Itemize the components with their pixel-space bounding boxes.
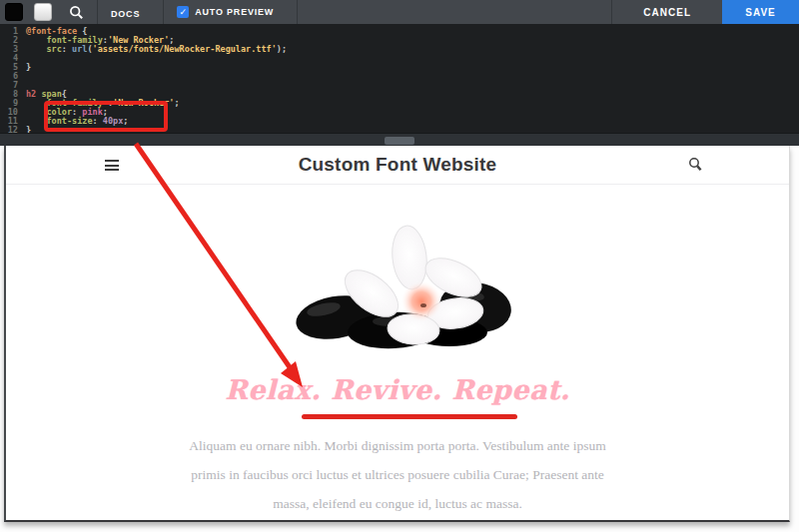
toolbar: DOCS ✓ AUTO PREVIEW CANCEL SAVE bbox=[0, 0, 799, 24]
code-token: font-size bbox=[46, 117, 92, 126]
theme-light-swatch-button[interactable] bbox=[34, 3, 52, 21]
site-title: Custom Font Website bbox=[6, 146, 789, 184]
site-preview-pane: Custom Font Website bbox=[4, 146, 790, 522]
auto-preview-toggle[interactable]: ✓ AUTO PREVIEW bbox=[164, 6, 287, 18]
code-line[interactable]: 6 bbox=[0, 72, 799, 81]
code-token: 40px bbox=[103, 117, 123, 126]
body-paragraph: Aliquam eu ornare nibh. Morbi dignissim … bbox=[113, 431, 682, 518]
code-token: 'New Rocker' bbox=[113, 99, 174, 108]
toolbar-divider bbox=[297, 0, 298, 24]
paragraph-line: massa, eleifend eu congue id, luctus ac … bbox=[113, 489, 682, 518]
custom-font-heading: Relax. Revive. Repeat. bbox=[6, 374, 789, 405]
auto-preview-label: AUTO PREVIEW bbox=[195, 7, 274, 17]
flower-image bbox=[294, 216, 513, 353]
save-label: SAVE bbox=[745, 7, 776, 18]
paragraph-line: Aliquam eu ornare nibh. Morbi dignissim … bbox=[113, 431, 682, 460]
code-token: ; bbox=[123, 117, 128, 126]
code-line[interactable]: 3 src: url('assets/fonts/NewRocker-Regul… bbox=[0, 45, 799, 54]
red-underline-annotation bbox=[302, 414, 517, 419]
code-token: : bbox=[93, 117, 103, 126]
code-line[interactable]: 12} bbox=[0, 126, 799, 133]
theme-dark-swatch-button[interactable] bbox=[5, 3, 23, 21]
line-number: 12 bbox=[0, 126, 18, 133]
paragraph-line: primis in faucibus orci luctus et ultric… bbox=[113, 460, 682, 489]
code-line[interactable]: 7 bbox=[0, 81, 799, 90]
code-line[interactable]: 4 bbox=[0, 54, 799, 63]
code-token bbox=[26, 45, 46, 54]
code-token: src bbox=[46, 45, 61, 54]
checkbox-checked-icon[interactable]: ✓ bbox=[177, 6, 189, 18]
search-button[interactable] bbox=[65, 5, 87, 20]
search-icon bbox=[69, 5, 84, 20]
css-code-editor[interactable]: 1@font-face {2 font-family:'New Rocker';… bbox=[0, 24, 799, 133]
code-token: } bbox=[26, 126, 31, 133]
cancel-label: CANCEL bbox=[643, 7, 691, 18]
code-line[interactable]: 5} bbox=[0, 63, 799, 72]
code-token: 'assets/fonts/NewRocker-Regular.ttf' bbox=[93, 45, 277, 54]
search-icon bbox=[688, 157, 702, 172]
splitter-drag-handle[interactable] bbox=[385, 137, 414, 145]
code-token: ); bbox=[277, 45, 287, 54]
code-token: url bbox=[72, 45, 87, 54]
editor-preview-splitter bbox=[0, 133, 799, 146]
flower-center bbox=[400, 280, 442, 322]
docs-label: DOCS bbox=[111, 9, 140, 19]
save-button[interactable]: SAVE bbox=[722, 0, 799, 24]
site-header: Custom Font Website bbox=[6, 146, 789, 185]
code-token: } bbox=[26, 63, 31, 72]
code-token: ; bbox=[174, 99, 179, 108]
site-search-button[interactable] bbox=[688, 157, 702, 176]
cancel-button[interactable]: CANCEL bbox=[611, 0, 722, 24]
code-line[interactable]: 11 font-size: 40px; bbox=[0, 117, 799, 126]
docs-button[interactable]: DOCS bbox=[98, 3, 153, 21]
code-line[interactable]: 9 font-family :'New Rocker'; bbox=[0, 99, 799, 108]
code-token: : bbox=[62, 45, 72, 54]
custom-css-editor-window: DOCS ✓ AUTO PREVIEW CANCEL SAVE 1@font-f… bbox=[0, 0, 799, 532]
